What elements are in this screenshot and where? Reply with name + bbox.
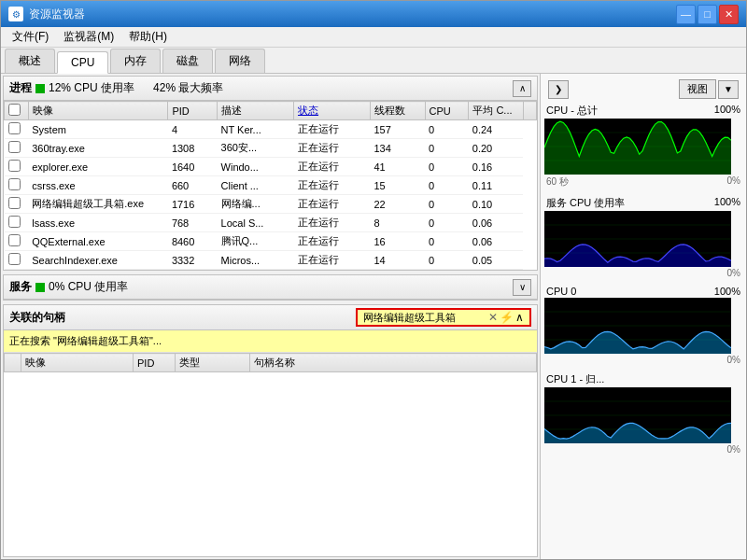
col-avgcpu-header[interactable]: 平均 C... — [469, 102, 524, 120]
tab-cpu[interactable]: CPU — [57, 51, 108, 74]
assoc-col-type-header[interactable]: 类型 — [176, 354, 250, 372]
row-desc: NT Ker... — [218, 120, 294, 139]
nav-button[interactable]: ❯ — [548, 80, 569, 99]
row-checkbox[interactable] — [8, 216, 21, 228]
search-input[interactable] — [363, 312, 485, 323]
assoc-col-name-header[interactable]: 句柄名称 — [250, 354, 537, 372]
row-desc: 网络编... — [218, 195, 294, 214]
services-cpu-usage: 0% CPU 使用率 — [49, 279, 128, 295]
select-all-checkbox[interactable] — [8, 104, 21, 116]
processes-max-freq: 42% 最大频率 — [153, 80, 223, 96]
menubar: 文件(F) 监视器(M) 帮助(H) — [1, 27, 746, 48]
chart-1: 服务 CPU 使用率 100% 0% — [544, 195, 742, 279]
row-desc: Local S... — [218, 214, 294, 232]
row-avgcpu: 0.05 — [469, 251, 524, 270]
table-row[interactable]: SearchIndexer.exe 3332 Micros... 正在运行 14… — [5, 251, 537, 270]
row-threads: 157 — [370, 120, 425, 139]
tabs-bar: 概述 CPU 内存 磁盘 网络 — [1, 48, 746, 74]
chart-bottom-3: 0% — [544, 443, 742, 455]
chart-percent-1: 100% — [714, 196, 740, 210]
search-expand-icon[interactable]: ∧ — [515, 311, 524, 324]
row-status: 正在运行 — [294, 195, 371, 214]
maximize-button[interactable]: □ — [698, 5, 717, 24]
assoc-col-pid-header[interactable]: PID — [134, 354, 176, 372]
processes-table: 映像 PID 描述 状态 线程数 CPU 平均 C... — [4, 101, 537, 270]
table-row[interactable]: lsass.exe 768 Local S... 正在运行 8 0 0.06 — [5, 214, 537, 232]
process-table[interactable]: 映像 PID 描述 状态 线程数 CPU 平均 C... — [4, 101, 537, 270]
services-header: 服务 0% CPU 使用率 ∨ — [4, 275, 537, 300]
row-checkbox[interactable] — [8, 253, 21, 265]
chart-canvas-3 — [544, 387, 731, 443]
row-checkbox[interactable] — [8, 234, 21, 246]
col-pid-header[interactable]: PID — [168, 102, 218, 120]
menu-monitor[interactable]: 监视器(M) — [56, 27, 121, 47]
search-bolt-icon[interactable]: ⚡ — [500, 311, 514, 324]
view-dropdown-btn[interactable]: ▼ — [718, 80, 739, 99]
processes-section: 进程 12% CPU 使用率 42% 最大频率 ∧ 映像 — [3, 76, 538, 271]
view-button[interactable]: 视图 — [679, 79, 716, 99]
col-cpu-header[interactable]: CPU — [425, 102, 469, 120]
searching-text: 正在搜索 "网络编辑超级工具箱"... — [4, 330, 537, 353]
app-icon: ⚙ — [8, 7, 23, 21]
row-threads: 41 — [370, 158, 425, 176]
processes-header-right: ∧ — [513, 80, 531, 97]
processes-cpu-usage: 12% CPU 使用率 — [49, 80, 134, 96]
row-checkbox[interactable] — [8, 160, 21, 172]
chart-bottom-2: 0% — [544, 354, 742, 366]
row-checkbox[interactable] — [8, 141, 21, 153]
row-cpu: 0 — [425, 176, 469, 195]
col-desc-header[interactable]: 描述 — [218, 102, 294, 120]
services-expand-btn[interactable]: ∨ — [513, 279, 531, 296]
tab-memory[interactable]: 内存 — [110, 49, 161, 73]
table-row[interactable]: 360tray.exe 1308 360安... 正在运行 134 0 0.20 — [5, 139, 537, 158]
col-threads-header[interactable]: 线程数 — [370, 102, 425, 120]
chart-min-3: 0% — [727, 444, 740, 455]
row-cpu: 0 — [425, 251, 469, 270]
row-desc: 360安... — [218, 139, 294, 158]
chart-0: CPU - 总计 100% 60 秒 0% — [544, 103, 742, 189]
minimize-button[interactable]: — — [676, 5, 696, 24]
chart-title-3: CPU 1 - 归... — [546, 372, 604, 386]
table-row[interactable]: explorer.exe 1640 Windo... 正在运行 41 0 0.1… — [5, 158, 537, 176]
row-threads: 15 — [370, 176, 425, 195]
tab-network[interactable]: 网络 — [215, 49, 265, 73]
services-section: 服务 0% CPU 使用率 ∨ — [3, 274, 538, 301]
row-avgcpu: 0.16 — [469, 158, 524, 176]
associated-table: 映像 PID 类型 句柄名称 — [4, 353, 537, 372]
tab-overview[interactable]: 概述 — [5, 49, 55, 73]
tab-disk[interactable]: 磁盘 — [162, 49, 213, 73]
row-image: 360tray.exe — [28, 139, 168, 158]
row-threads: 16 — [370, 232, 425, 251]
chart-canvas-1 — [544, 211, 731, 267]
title-bar: ⚙ 资源监视器 — □ ✕ — [1, 1, 746, 27]
table-row[interactable]: System 4 NT Ker... 正在运行 157 0 0.24 — [5, 120, 537, 139]
search-close-icon[interactable]: ✕ — [488, 311, 498, 324]
row-checkbox[interactable] — [8, 122, 21, 134]
row-avgcpu: 0.24 — [469, 120, 524, 139]
row-threads: 22 — [370, 195, 425, 214]
chart-percent-0: 100% — [714, 104, 740, 118]
row-checkbox[interactable] — [8, 178, 21, 190]
chart-min-1: 0% — [727, 268, 740, 278]
col-image-header[interactable]: 映像 — [28, 102, 168, 120]
content-area: 进程 12% CPU 使用率 42% 最大频率 ∧ 映像 — [1, 74, 746, 559]
col-status-header[interactable]: 状态 — [294, 102, 371, 120]
row-image: System — [28, 120, 168, 139]
row-image: QQExternal.exe — [28, 232, 168, 251]
row-checkbox[interactable] — [8, 197, 21, 209]
table-row[interactable]: QQExternal.exe 8460 腾讯Q... 正在运行 16 0 0.0… — [5, 232, 537, 251]
assoc-col-image-header[interactable]: 映像 — [21, 354, 134, 372]
chart-label-2: CPU 0 100% — [544, 285, 742, 298]
table-row[interactable]: csrss.exe 660 Client ... 正在运行 15 0 0.11 — [5, 176, 537, 195]
table-row[interactable]: 网络编辑超级工具箱.exe 1716 网络编... 正在运行 22 0 0.10 — [5, 195, 537, 214]
row-image: csrss.exe — [28, 176, 168, 195]
row-pid: 768 — [168, 214, 218, 232]
row-pid: 660 — [168, 176, 218, 195]
left-panel: 进程 12% CPU 使用率 42% 最大频率 ∧ 映像 — [1, 74, 541, 559]
close-button[interactable]: ✕ — [719, 5, 739, 24]
menu-file[interactable]: 文件(F) — [5, 27, 56, 47]
row-image: 网络编辑超级工具箱.exe — [28, 195, 168, 214]
processes-expand-btn[interactable]: ∧ — [513, 80, 531, 97]
menu-help[interactable]: 帮助(H) — [121, 27, 175, 47]
chart-title-1: 服务 CPU 使用率 — [546, 196, 625, 210]
